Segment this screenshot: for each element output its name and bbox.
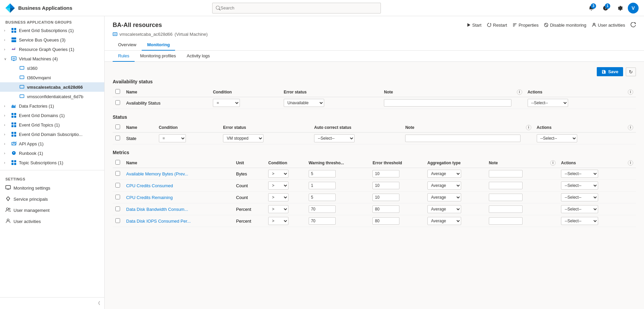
- metrics-aggregation-select[interactable]: AverageSumMinMax: [427, 193, 461, 201]
- metrics-warning-input[interactable]: [309, 217, 336, 225]
- tab-monitoring[interactable]: Monitoring: [142, 39, 175, 51]
- metrics-note-input[interactable]: [489, 194, 523, 201]
- sidebar-item-virtual-machines[interactable]: ∨ Virtual Machines (4): [0, 54, 104, 63]
- metrics-aggregation-select[interactable]: AverageSumMinMax: [427, 217, 461, 225]
- disable-monitoring-button[interactable]: Disable monitoring: [544, 21, 586, 30]
- status-error-select[interactable]: VM stoppedVM running: [223, 134, 263, 142]
- settings-service-principals[interactable]: Service principals: [0, 194, 104, 205]
- metrics-actions-select[interactable]: --Select--: [561, 170, 598, 178]
- subtab-monitoring-profiles[interactable]: Monitoring profiles: [135, 51, 181, 62]
- metrics-condition-select[interactable]: ><=: [268, 181, 288, 190]
- tab-overview[interactable]: Overview: [113, 39, 142, 51]
- metrics-note-input[interactable]: [489, 170, 523, 177]
- metrics-aggregation-select[interactable]: AverageSumMinMax: [427, 181, 461, 190]
- sidebar-item-runbook[interactable]: › Runbook (1): [0, 148, 104, 158]
- metrics-condition-select[interactable]: ><=: [268, 217, 288, 225]
- metrics-name-link[interactable]: Available Memory Bytes (Prev...: [126, 171, 188, 176]
- availability-select-all-checkbox[interactable]: [115, 89, 120, 94]
- availability-row-note: [381, 97, 514, 109]
- sidebar-item-eg-domains[interactable]: › Event Grid Domains (1): [0, 111, 104, 120]
- sidebar-item-event-grid-subs[interactable]: › Event Grid Subscriptions (1): [0, 26, 104, 35]
- status-row-checkbox[interactable]: [115, 136, 120, 140]
- metrics-actions-select[interactable]: --Select--: [561, 217, 598, 225]
- metrics-row-checkbox[interactable]: [115, 195, 120, 199]
- availability-condition-select[interactable]: =><: [213, 99, 240, 107]
- save-button[interactable]: Save: [597, 67, 623, 76]
- subtab-rules[interactable]: Rules: [113, 51, 135, 62]
- status-actions-select[interactable]: --Select--: [537, 134, 577, 142]
- sidebar-child-t360[interactable]: t360vmqami: [0, 73, 104, 82]
- search-bar[interactable]: [212, 3, 381, 13]
- metrics-actions-select[interactable]: --Select--: [561, 193, 598, 201]
- settings-user-management[interactable]: User management: [0, 205, 104, 216]
- alerts-button[interactable]: 1: [599, 2, 612, 14]
- metrics-note-input[interactable]: [489, 182, 523, 189]
- notifications-button[interactable]: 3: [585, 2, 597, 14]
- metrics-name-link[interactable]: Data Disk Bandwidth Consum...: [126, 207, 188, 212]
- sidebar-item-data-factories[interactable]: › Data Factories (1): [0, 101, 104, 111]
- metrics-actions-select[interactable]: --Select--: [561, 205, 598, 213]
- metrics-error-input[interactable]: [372, 194, 399, 201]
- user-avatar[interactable]: V: [628, 3, 639, 13]
- search-input[interactable]: [221, 5, 377, 10]
- status-auto-correct-select[interactable]: --Select--: [314, 134, 355, 142]
- restart-button[interactable]: Restart: [487, 21, 507, 30]
- metrics-name-link[interactable]: CPU Credits Remaining: [126, 195, 173, 200]
- header-refresh-button[interactable]: [631, 20, 636, 30]
- metrics-aggregation-select[interactable]: AverageSumMinMax: [427, 170, 461, 178]
- sidebar-collapse-button[interactable]: 《: [0, 297, 104, 309]
- metrics-condition-select[interactable]: ><=: [268, 205, 288, 213]
- sidebar-item-service-bus[interactable]: › Service Bus Queues (3): [0, 35, 104, 45]
- metrics-actions-select[interactable]: --Select--: [561, 181, 598, 190]
- avail-info-icon[interactable]: i: [517, 89, 522, 95]
- metrics-warning-input[interactable]: [309, 205, 336, 213]
- sidebar-item-api-apps[interactable]: › API API Apps (1): [0, 139, 104, 148]
- sidebar-child-vmss[interactable]: vmssconfidentialcatest_6d7b: [0, 92, 104, 101]
- metrics-warning-input[interactable]: [309, 194, 336, 201]
- sidebar-item-eg-domain-subs[interactable]: › Event Grid Domain Subscriptio...: [0, 130, 104, 139]
- metrics-error-input[interactable]: [372, 182, 399, 189]
- status-actions-info-icon[interactable]: i: [628, 125, 633, 130]
- metrics-name-link[interactable]: CPU Credits Consumed: [126, 183, 173, 188]
- sidebar-item-resource-graph[interactable]: › Resource Graph Queries (1): [0, 45, 104, 54]
- sidebar-item-topic-subs[interactable]: › Topic Subscriptions (1): [0, 158, 104, 167]
- start-button[interactable]: Start: [466, 21, 481, 30]
- status-note-input[interactable]: [405, 135, 520, 142]
- metrics-row-checkbox[interactable]: [115, 218, 120, 223]
- settings-monitoring[interactable]: Monitoring settings: [0, 182, 104, 194]
- metrics-condition-select[interactable]: ><=: [268, 170, 288, 178]
- metrics-note-input[interactable]: [489, 205, 523, 213]
- user-activities-button[interactable]: User activities: [592, 21, 625, 30]
- status-condition-select[interactable]: =><: [159, 134, 186, 142]
- properties-button[interactable]: Properties: [512, 21, 538, 30]
- sidebar-child-vmscaleset[interactable]: vmscalesetcaba_ac628d66: [0, 82, 104, 92]
- availability-row-checkbox[interactable]: [115, 100, 120, 105]
- settings-user-activities[interactable]: User activities: [0, 216, 104, 227]
- metrics-aggregation-select[interactable]: AverageSumMinMax: [427, 205, 461, 213]
- availability-actions-select[interactable]: --Select--: [528, 99, 568, 107]
- metrics-row-checkbox[interactable]: [115, 171, 120, 176]
- metrics-info-icon[interactable]: i: [550, 160, 556, 166]
- sidebar-item-eg-topics[interactable]: › Event Grid Topics (1): [0, 120, 104, 130]
- settings-button[interactable]: [614, 2, 626, 14]
- metrics-row-checkbox[interactable]: [115, 183, 120, 188]
- availability-note-input[interactable]: [384, 99, 511, 107]
- subtab-activity-logs[interactable]: Activity logs: [181, 51, 215, 62]
- metrics-actions-info-icon[interactable]: i: [628, 160, 633, 166]
- sidebar-child-sl360[interactable]: sl360: [0, 63, 104, 73]
- metrics-error-input[interactable]: [372, 217, 399, 225]
- content-refresh-button[interactable]: ↻: [626, 67, 636, 76]
- availability-error-select[interactable]: UnavailableAvailable: [284, 99, 324, 107]
- metrics-note-input[interactable]: [489, 217, 523, 225]
- status-info-icon[interactable]: i: [526, 125, 531, 130]
- metrics-error-input[interactable]: [372, 170, 399, 177]
- metrics-name-link[interactable]: Data Disk IOPS Consumed Per...: [126, 219, 191, 224]
- metrics-select-all-checkbox[interactable]: [115, 160, 120, 165]
- metrics-condition-select[interactable]: ><=: [268, 193, 288, 201]
- avail-actions-info-icon[interactable]: i: [628, 89, 633, 95]
- metrics-error-input[interactable]: [372, 205, 399, 213]
- metrics-warning-input[interactable]: [309, 182, 336, 189]
- metrics-row-checkbox[interactable]: [115, 206, 120, 211]
- status-select-all-checkbox[interactable]: [115, 124, 120, 129]
- metrics-warning-input[interactable]: [309, 170, 336, 177]
